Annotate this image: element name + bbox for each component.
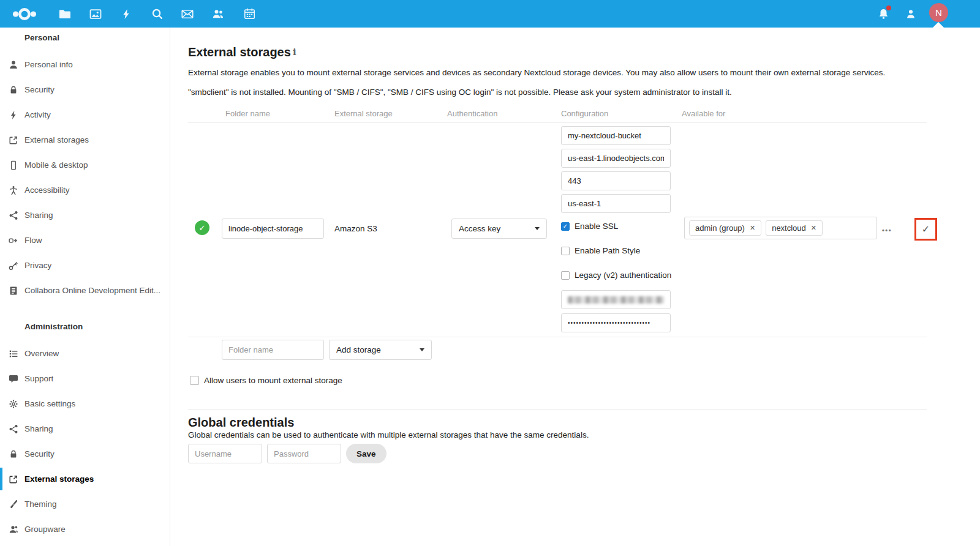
accessibility-icon	[9, 185, 18, 195]
global-credentials-description: Global credentials can be used to authen…	[188, 430, 862, 439]
sidebar-item-theming[interactable]: Theming	[0, 492, 170, 517]
sidebar-item-mobile-desktop[interactable]: Mobile & desktop	[0, 152, 170, 178]
checkbox-unchecked-icon[interactable]	[561, 271, 570, 280]
contacts-menu-button[interactable]	[897, 0, 924, 28]
mail-icon	[181, 8, 194, 20]
sidebar-item-label: Flow	[24, 236, 42, 245]
checkbox-unchecked-icon[interactable]	[190, 376, 199, 385]
notification-badge	[886, 6, 891, 10]
sidebar-item-label: Mobile & desktop	[24, 160, 88, 170]
app-mail[interactable]	[174, 0, 201, 28]
save-button[interactable]: Save	[346, 444, 386, 463]
sidebar-item-label: Personal info	[24, 60, 73, 69]
magnifier-icon	[151, 8, 163, 20]
nextcloud-logo[interactable]	[7, 0, 42, 28]
nextcloud-logo-icon	[10, 5, 39, 23]
chip-label: admin (group)	[695, 223, 745, 233]
sidebar-item-support[interactable]: Support	[0, 366, 170, 391]
checkbox-checked-icon[interactable]: ✓	[561, 222, 570, 231]
chat-icon	[9, 374, 18, 384]
row-overflow-menu[interactable]: •••	[882, 226, 892, 234]
authentication-select-value: Access key	[459, 224, 500, 233]
global-password-input[interactable]	[267, 444, 341, 463]
top-header-bar: N	[0, 0, 980, 28]
folder-icon	[59, 8, 71, 20]
sidebar-item-personal-info[interactable]: Personal info	[0, 52, 170, 77]
storage-status-ok-icon: ✓	[195, 220, 209, 235]
sidebar-item-label: Groupware	[24, 525, 66, 534]
region-input[interactable]	[561, 194, 671, 213]
app-calendar[interactable]	[236, 0, 263, 28]
app-search[interactable]	[143, 0, 170, 28]
enable-ssl-label: Enable SSL	[575, 222, 618, 231]
table-header-divider	[188, 122, 927, 123]
column-header-folder-name: Folder name	[225, 109, 270, 118]
save-storage-button[interactable]: ✓	[914, 218, 937, 241]
lock-icon	[9, 85, 18, 95]
global-credentials-title: Global credentials	[188, 416, 294, 430]
allow-users-checkbox[interactable]: Allow users to mount external storage	[190, 376, 342, 385]
available-for-chip[interactable]: admin (group) ✕	[689, 220, 761, 236]
bucket-input[interactable]	[561, 126, 671, 145]
sidebar-item-accessibility[interactable]: Accessibility	[0, 178, 170, 203]
enable-path-style-checkbox[interactable]: Enable Path Style	[561, 246, 640, 255]
app-activity[interactable]	[113, 0, 140, 28]
sidebar-item-sharing-admin[interactable]: Sharing	[0, 416, 170, 441]
global-username-input[interactable]	[188, 444, 262, 463]
avatar[interactable]: N	[929, 3, 948, 22]
nextcloud-settings-page: N Personal Personal info Security Activi…	[0, 0, 980, 546]
add-storage-select[interactable]: Add storage	[329, 340, 432, 360]
checkbox-unchecked-icon[interactable]	[561, 247, 570, 255]
available-for-input[interactable]: admin (group) ✕ nextcloud ✕	[684, 217, 877, 239]
sidebar-item-label: Accessibility	[24, 185, 70, 195]
remove-chip-icon[interactable]: ✕	[750, 224, 755, 232]
sidebar-item-groupware[interactable]: Groupware	[0, 517, 170, 542]
external-link-icon	[9, 474, 18, 484]
external-link-icon	[9, 135, 18, 145]
sidebar-item-overview[interactable]: Overview	[0, 341, 170, 366]
sidebar-item-sharing-personal[interactable]: Sharing	[0, 203, 170, 228]
app-contacts[interactable]	[205, 0, 232, 28]
sidebar-item-flow[interactable]: Flow	[0, 228, 170, 253]
person-icon	[905, 9, 916, 20]
new-folder-name-input[interactable]	[222, 340, 324, 360]
group-icon	[9, 525, 18, 534]
authentication-select[interactable]: Access key	[451, 219, 547, 239]
allow-users-label: Allow users to mount external storage	[204, 376, 342, 385]
legacy-auth-checkbox[interactable]: Legacy (v2) authentication	[561, 271, 671, 280]
sidebar-item-external-storages-personal[interactable]: External storages	[0, 127, 170, 152]
add-storage-select-value: Add storage	[336, 345, 381, 354]
chevron-down-icon	[420, 348, 424, 351]
sidebar-item-security-admin[interactable]: Security	[0, 441, 170, 466]
enable-ssl-checkbox[interactable]: ✓ Enable SSL	[561, 222, 618, 231]
app-photos[interactable]	[82, 0, 109, 28]
chevron-down-icon	[535, 227, 540, 230]
sidebar-item-collabora[interactable]: Collabora Online Development Edit...	[0, 278, 170, 303]
photos-icon	[89, 8, 102, 20]
info-icon[interactable]: i	[293, 47, 296, 58]
sidebar-item-external-storages-admin[interactable]: External storages	[0, 466, 170, 492]
access-key-input-redacted[interactable]	[561, 290, 671, 309]
sidebar-item-security-personal[interactable]: Security	[0, 77, 170, 102]
secret-key-input[interactable]	[561, 313, 671, 332]
available-for-chip[interactable]: nextcloud ✕	[766, 220, 823, 236]
sidebar-item-basic-settings[interactable]: Basic settings	[0, 391, 170, 416]
sidebar-item-label: Support	[24, 374, 53, 383]
app-files[interactable]	[51, 0, 78, 28]
folder-name-input[interactable]	[222, 219, 324, 239]
settings-sidebar: Personal Personal info Security Activity…	[0, 28, 170, 546]
section-description: External storage enables you to mount ex…	[188, 68, 929, 77]
port-input[interactable]	[561, 171, 671, 190]
lock-icon	[9, 449, 18, 459]
share-icon	[9, 424, 18, 434]
sidebar-item-label: External storages	[24, 474, 94, 484]
lightning-icon	[121, 9, 132, 20]
hostname-input[interactable]	[561, 149, 671, 168]
remove-chip-icon[interactable]: ✕	[811, 224, 816, 232]
sidebar-item-activity[interactable]: Activity	[0, 102, 170, 127]
people-icon	[212, 8, 224, 20]
sidebar-item-label: Theming	[24, 499, 57, 509]
notifications-button[interactable]	[870, 0, 897, 28]
sidebar-item-label: Privacy	[24, 261, 51, 270]
sidebar-item-privacy[interactable]: Privacy	[0, 253, 170, 278]
